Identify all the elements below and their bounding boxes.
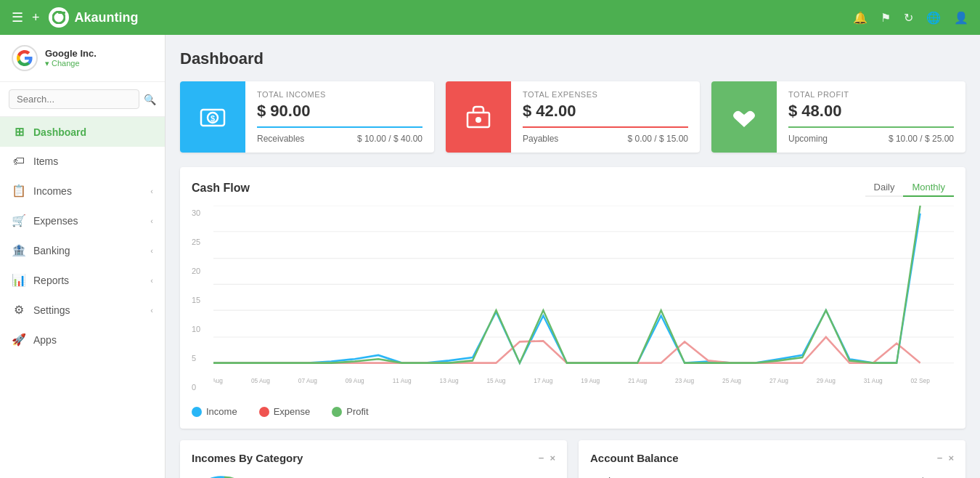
cashflow-chart: 0 5 10 15 20 25 30 xyxy=(192,206,954,394)
svg-rect-1 xyxy=(58,12,65,14)
svg-text:27 Aug: 27 Aug xyxy=(769,376,788,384)
sidebar-item-reports[interactable]: 📊 Reports ‹ xyxy=(0,265,165,295)
sidebar-item-label: Expenses xyxy=(33,215,78,227)
account-balance-header: Account Balance − × xyxy=(590,452,954,464)
sidebar-item-label: Incomes xyxy=(33,185,72,197)
svg-text:07 Aug: 07 Aug xyxy=(298,376,317,384)
expense-sub: Payables $ 0.00 / $ 15.00 xyxy=(523,134,688,144)
main-content: Dashboard $ TOTAL INCOMES $ 90.00 xyxy=(166,35,980,478)
svg-text:13 Aug: 13 Aug xyxy=(440,376,459,384)
monthly-toggle-button[interactable]: Monthly xyxy=(903,179,954,197)
y-axis: 0 5 10 15 20 25 30 xyxy=(192,206,212,394)
incomes-icon: 📋 xyxy=(12,184,26,198)
search-section: 🔍 xyxy=(0,82,165,117)
svg-text:25 Aug: 25 Aug xyxy=(722,376,741,384)
search-input[interactable] xyxy=(9,89,139,109)
chevron-icon: ‹ xyxy=(150,187,153,195)
daily-toggle-button[interactable]: Daily xyxy=(865,179,904,195)
company-section: Google Inc. Change xyxy=(0,35,165,82)
sidebar-item-expenses[interactable]: 🛒 Expenses ‹ xyxy=(0,206,165,235)
stats-row: $ TOTAL INCOMES $ 90.00 Receivables $ 10… xyxy=(180,81,965,153)
svg-text:15 Aug: 15 Aug xyxy=(486,376,505,384)
chevron-icon: ‹ xyxy=(150,246,153,255)
company-logo xyxy=(12,45,38,71)
card-actions: − × xyxy=(539,453,555,463)
cashflow-header: Cash Flow Daily Monthly xyxy=(192,179,954,197)
hamburger-menu[interactable]: ☰ xyxy=(12,9,23,25)
page-title: Dashboard xyxy=(180,49,965,68)
sidebar-item-label: Settings xyxy=(33,304,70,316)
top-nav-icons: 🔔 ⚑ ↻ 🌐 👤 xyxy=(853,11,968,25)
minimize-icon[interactable]: − xyxy=(539,453,544,463)
add-button[interactable]: + xyxy=(32,10,40,25)
sidebar-nav: ⊞ Dashboard 🏷 Items 📋 Incomes ‹ 🛒 Expens… xyxy=(0,117,165,355)
bottom-row: Incomes By Category − × xyxy=(180,440,965,478)
app-logo: Akaunting xyxy=(49,7,139,28)
expense-value: $ 42.00 xyxy=(523,102,688,121)
income-legend-dot xyxy=(192,407,202,417)
expense-sub-label: Payables xyxy=(523,134,558,144)
user-icon[interactable]: 👤 xyxy=(954,11,968,25)
svg-point-6 xyxy=(475,117,481,123)
incomes-by-category-header: Incomes By Category − × xyxy=(192,452,555,464)
svg-text:$: $ xyxy=(211,114,215,123)
income-legend-label: Income xyxy=(206,406,237,417)
svg-text:19 Aug: 19 Aug xyxy=(581,376,600,384)
sidebar-item-apps[interactable]: 🚀 Apps xyxy=(0,325,165,355)
sidebar-item-label: Dashboard xyxy=(33,126,86,138)
incomes-by-category-title: Incomes By Category xyxy=(192,452,303,464)
app-name: Akaunting xyxy=(75,10,139,25)
expense-details: TOTAL EXPENSES $ 42.00 Payables $ 0.00 /… xyxy=(511,81,700,153)
notifications-icon[interactable]: 🔔 xyxy=(853,11,867,25)
profit-icon-box xyxy=(711,81,777,153)
expenses-icon: 🛒 xyxy=(12,214,26,227)
banking-icon: 🏦 xyxy=(12,243,26,257)
search-icon[interactable]: 🔍 xyxy=(144,94,156,105)
company-info: Google Inc. Change xyxy=(45,48,97,68)
globe-icon[interactable]: 🌐 xyxy=(926,11,941,25)
sidebar-item-dashboard[interactable]: ⊞ Dashboard xyxy=(0,117,165,147)
account-balance-title: Account Balance xyxy=(590,452,679,464)
profit-legend-label: Profit xyxy=(346,406,368,417)
account-card-actions: − × xyxy=(937,453,954,463)
sidebar-item-settings[interactable]: ⚙ Settings ‹ xyxy=(0,295,165,325)
cashflow-card: Cash Flow Daily Monthly 0 5 10 15 20 25 … xyxy=(180,167,965,429)
expense-icon-box xyxy=(446,81,511,153)
sidebar-item-incomes[interactable]: 📋 Incomes ‹ xyxy=(0,176,165,206)
income-label: TOTAL INCOMES xyxy=(257,90,422,99)
income-value: $ 90.00 xyxy=(257,102,422,121)
sidebar-item-banking[interactable]: 🏦 Banking ‹ xyxy=(0,235,165,265)
svg-text:11 Aug: 11 Aug xyxy=(393,376,412,384)
company-change-link[interactable]: Change xyxy=(45,59,97,68)
expense-legend-dot xyxy=(259,407,269,417)
income-sub-value: $ 10.00 / $ 40.00 xyxy=(357,134,422,144)
minimize-account-icon[interactable]: − xyxy=(937,453,943,463)
chart-svg: 03 Aug 05 Aug 07 Aug 09 Aug 11 Aug 13 Au… xyxy=(213,206,954,394)
sidebar-item-items[interactable]: 🏷 Items xyxy=(0,147,165,176)
svg-text:29 Aug: 29 Aug xyxy=(817,376,836,384)
chart-legend: Income Expense Profit xyxy=(192,400,954,417)
refresh-icon[interactable]: ↻ xyxy=(904,11,913,25)
svg-text:17 Aug: 17 Aug xyxy=(534,376,552,384)
items-icon: 🏷 xyxy=(12,155,26,168)
settings-icon: ⚙ xyxy=(12,303,26,317)
close-account-icon[interactable]: × xyxy=(948,453,954,463)
svg-text:23 Aug: 23 Aug xyxy=(675,376,694,384)
flag-icon[interactable]: ⚑ xyxy=(881,11,891,25)
legend-profit: Profit xyxy=(332,406,368,417)
profit-sub-label: Upcoming xyxy=(788,134,828,144)
close-icon[interactable]: × xyxy=(550,453,555,463)
svg-text:09 Aug: 09 Aug xyxy=(346,376,364,384)
legend-income: Income xyxy=(192,406,237,417)
expense-sub-value: $ 0.00 / $ 15.00 xyxy=(628,134,688,144)
pie-area: $ 20.00 Invoices $ 40.00 Deposit xyxy=(192,473,555,478)
apps-icon: 🚀 xyxy=(12,333,26,347)
legend-expense: Expense xyxy=(259,406,311,417)
sidebar-item-label: Items xyxy=(33,155,58,167)
chevron-icon: ‹ xyxy=(150,276,153,285)
income-line xyxy=(213,214,920,363)
sidebar: Google Inc. Change 🔍 ⊞ Dashboard 🏷 Items… xyxy=(0,35,166,478)
company-name: Google Inc. xyxy=(45,48,97,59)
sidebar-item-label: Banking xyxy=(33,245,70,256)
svg-text:21 Aug: 21 Aug xyxy=(628,376,647,384)
